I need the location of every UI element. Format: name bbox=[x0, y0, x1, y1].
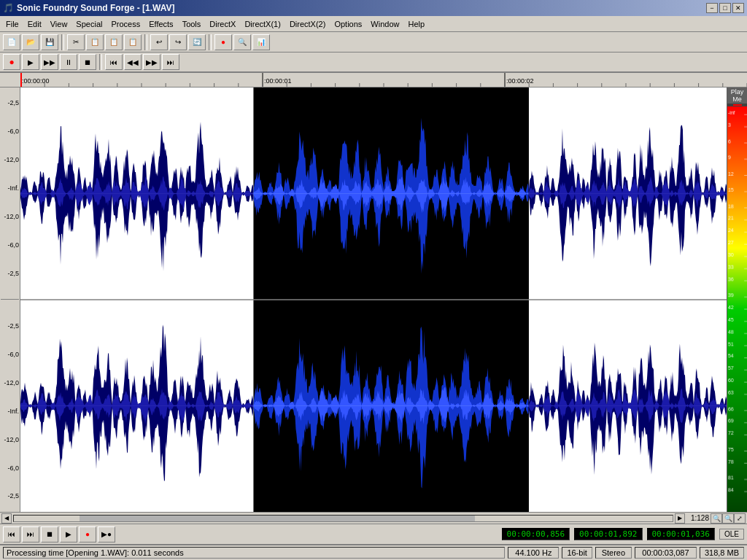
bt-stop[interactable]: ⏹ bbox=[41, 526, 58, 542]
menu-directx2[interactable]: DirectX(2) bbox=[285, 18, 330, 30]
scroll-right[interactable]: ▶ bbox=[675, 513, 685, 524]
bottom-transport-bar: ⏮ ⏭ ⏹ ▶ ● ▶● 00:00:00,856 00:00:01,892 0… bbox=[0, 524, 747, 544]
menu-tools[interactable]: Tools bbox=[178, 18, 206, 30]
file-size: 318,8 MB bbox=[700, 547, 744, 559]
scrollbar-thumb[interactable] bbox=[80, 516, 475, 521]
new-button[interactable]: 📄 bbox=[3, 34, 20, 50]
play-me-label: Play Me bbox=[727, 88, 747, 104]
menu-bar: File Edit View Special Process Effects T… bbox=[0, 16, 747, 32]
ruler-canvas bbox=[20, 73, 747, 88]
menu-directx[interactable]: DirectX bbox=[205, 18, 240, 30]
record-transport[interactable]: ● bbox=[3, 54, 20, 70]
bt-go-end[interactable]: ⏭ bbox=[22, 526, 39, 542]
status-bar: Processing time [Opening 1.WAV]: 0.011 s… bbox=[0, 544, 747, 560]
bt-play-record[interactable]: ▶● bbox=[98, 526, 115, 542]
undo-button[interactable]: ↩ bbox=[150, 34, 168, 50]
level-label-5: -12,0 bbox=[1, 213, 19, 220]
vu-scale-canvas bbox=[727, 106, 747, 512]
menu-window[interactable]: Window bbox=[366, 18, 403, 30]
title-bar: 🎵 Sonic Foundry Sound Forge - [1.WAV] − … bbox=[0, 0, 747, 16]
menu-help[interactable]: Help bbox=[403, 18, 429, 30]
channels: Stereo bbox=[595, 547, 632, 559]
maximize-button[interactable]: □ bbox=[719, 3, 731, 13]
paste-button[interactable]: 📋 bbox=[105, 34, 123, 50]
level-label-6: -6,0 bbox=[1, 241, 19, 249]
copy-button[interactable]: 📋 bbox=[86, 34, 104, 50]
level-label-12: -12,0 bbox=[1, 436, 19, 443]
level-label-4: -Inf. bbox=[1, 184, 19, 192]
level-label-10: -12,0 bbox=[1, 379, 19, 386]
bt-play[interactable]: ▶ bbox=[60, 526, 77, 542]
level-label-8: -2,5 bbox=[1, 322, 19, 330]
zoom-in-button[interactable]: 🔍 bbox=[722, 513, 734, 524]
redo-button[interactable]: ↪ bbox=[169, 34, 187, 50]
open-button[interactable]: 📂 bbox=[22, 34, 39, 50]
zoom-out-button[interactable]: 🔍 bbox=[711, 513, 722, 524]
level-label-2: -6,0 bbox=[1, 128, 19, 135]
zoom-full-button[interactable]: ⤢ bbox=[734, 513, 746, 524]
status-message: Processing time [Opening 1.WAV]: 0.011 s… bbox=[3, 547, 505, 559]
h-scrollbar[interactable]: ◀ ▶ 1:128 🔍 🔍 ⤢ bbox=[0, 512, 747, 524]
stop-button[interactable]: ⏹ bbox=[79, 54, 96, 70]
bit-depth: 16-bit bbox=[562, 547, 592, 559]
level-label-14: -2,5 bbox=[1, 492, 19, 499]
menu-special[interactable]: Special bbox=[71, 18, 107, 30]
save-button[interactable]: 💾 bbox=[41, 34, 58, 50]
zoom-button[interactable]: 🔍 bbox=[233, 34, 251, 50]
level-label-3: -12,0 bbox=[1, 156, 19, 163]
menu-effects[interactable]: Effects bbox=[144, 18, 177, 30]
record-button[interactable]: ● bbox=[214, 34, 232, 50]
vu-indicator bbox=[733, 104, 742, 106]
level-labels: -2,5 -6,0 -12,0 -Inf. -12,0 -6,0 -2,5 -2… bbox=[0, 88, 20, 512]
transport-bar: ● ▶ ▶▶ ⏸ ⏹ ⏮ ◀◀ ▶▶ ⏭ bbox=[0, 52, 747, 73]
menu-options[interactable]: Options bbox=[330, 18, 366, 30]
app-icon: 🎵 bbox=[3, 3, 14, 13]
level-label-13: -6,0 bbox=[1, 464, 19, 472]
main-toolbar: 📄 📂 💾 ✂ 📋 📋 📋 ↩ ↪ 🔄 ● 🔍 📊 bbox=[0, 32, 747, 52]
play-fast-button[interactable]: ▶▶ bbox=[41, 54, 58, 70]
zoom-level: 1:128 bbox=[691, 514, 709, 522]
menu-process[interactable]: Process bbox=[107, 18, 144, 30]
level-label-11: -Inf. bbox=[1, 408, 19, 415]
level-label-9: -6,0 bbox=[1, 351, 19, 358]
menu-edit[interactable]: Edit bbox=[23, 18, 46, 30]
sel-end-display: 00:00:01,036 bbox=[647, 528, 715, 540]
close-button[interactable]: ✕ bbox=[732, 3, 744, 13]
scrollbar-track[interactable] bbox=[13, 515, 673, 522]
spectrum-button[interactable]: 📊 bbox=[252, 34, 270, 50]
play-button[interactable]: ▶ bbox=[22, 54, 39, 70]
minimize-button[interactable]: − bbox=[706, 3, 718, 13]
waveform-canvas[interactable] bbox=[20, 88, 727, 512]
level-label-1: -2,5 bbox=[1, 99, 19, 106]
prev-marker-button[interactable]: ◀◀ bbox=[124, 54, 142, 70]
repeat-button[interactable]: 🔄 bbox=[188, 34, 206, 50]
menu-directx1[interactable]: DirectX(1) bbox=[240, 18, 285, 30]
bt-record[interactable]: ● bbox=[79, 526, 96, 542]
menu-view[interactable]: View bbox=[46, 18, 72, 30]
paste2-button[interactable]: 📋 bbox=[124, 34, 142, 50]
channel-div bbox=[1, 299, 19, 300]
go-start-button[interactable]: ⏮ bbox=[105, 54, 123, 70]
next-marker-button[interactable]: ▶▶ bbox=[143, 54, 160, 70]
pause-button[interactable]: ⏸ bbox=[60, 54, 77, 70]
app-title: Sonic Foundry Sound Forge - [1.WAV] bbox=[17, 3, 174, 13]
ole-button[interactable]: OLE bbox=[719, 529, 744, 540]
sel-start-display: 00:00:01,892 bbox=[574, 528, 642, 540]
vu-meter: Play Me bbox=[727, 88, 747, 512]
time-ruler bbox=[0, 73, 747, 88]
sample-rate: 44.100 Hz bbox=[508, 547, 559, 559]
cut-button[interactable]: ✂ bbox=[67, 34, 85, 50]
go-end-button[interactable]: ⏭ bbox=[162, 54, 179, 70]
level-label-7: -2,5 bbox=[1, 270, 19, 277]
scroll-left[interactable]: ◀ bbox=[1, 513, 12, 524]
duration: 00:00:03,087 bbox=[635, 547, 697, 559]
window-controls[interactable]: − □ ✕ bbox=[706, 3, 744, 13]
bt-go-start[interactable]: ⏮ bbox=[3, 526, 20, 542]
menu-file[interactable]: File bbox=[1, 18, 23, 30]
cursor-time-display: 00:00:00,856 bbox=[502, 528, 570, 540]
